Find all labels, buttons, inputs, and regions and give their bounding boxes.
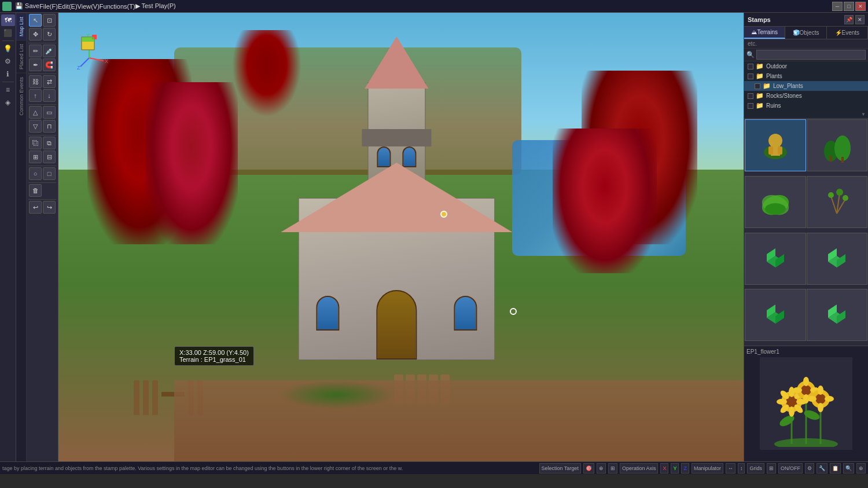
tab-terrains[interactable]: ⛰ Terrains xyxy=(744,27,785,39)
stamp-item-7[interactable] xyxy=(745,289,806,341)
close-button[interactable]: ✕ xyxy=(855,2,866,11)
tool-scale-up[interactable]: ↑ xyxy=(29,89,42,102)
stamp-preview: EP1_flower1 xyxy=(744,346,868,461)
tool-rotate[interactable]: ↻ xyxy=(43,28,56,41)
tool-terrain-smooth[interactable]: ⊓ xyxy=(43,120,56,133)
on-off-button[interactable]: ON/OFF xyxy=(778,463,803,474)
stamp-item-2[interactable] xyxy=(807,119,868,171)
tool-select-box[interactable]: ⊡ xyxy=(43,14,56,27)
tab-placed-list[interactable]: Placed List xyxy=(16,40,26,73)
icon-btn-3[interactable]: ⊞ xyxy=(608,463,617,474)
sidebar-info-icon[interactable]: ℹ xyxy=(1,68,15,80)
tool-picker[interactable]: 💉 xyxy=(43,45,56,57)
sidebar-map-icon[interactable]: 🗺 xyxy=(1,14,15,26)
axis-y-button[interactable]: Y xyxy=(671,463,679,474)
rocks-checkbox[interactable] xyxy=(748,93,753,99)
stamp-svg-5 xyxy=(758,241,793,276)
svg-point-48 xyxy=(789,406,795,417)
axis-x-button[interactable]: X xyxy=(660,463,668,474)
tab-events-label: Events xyxy=(842,30,860,36)
window-controls: ─ □ ✕ xyxy=(832,2,866,11)
menu-file[interactable]: File(F) xyxy=(39,3,58,10)
tool-row-8: ▽ ⊓ xyxy=(29,120,56,133)
tool-copy[interactable]: ⿻ xyxy=(29,137,42,149)
stamp-item-6[interactable] xyxy=(807,233,868,285)
settings-btn-4[interactable]: 🔍 xyxy=(843,463,854,474)
stamps-filter: 🔍 xyxy=(744,49,868,61)
viewport-canvas[interactable]: Z X Y xyxy=(58,13,744,461)
tree-item-low-plants[interactable]: 📁 Low_Plants xyxy=(744,81,868,91)
tab-common-events[interactable]: Common Events xyxy=(16,73,26,119)
tab-objects[interactable]: 🧊 Objects xyxy=(785,27,826,39)
manip-icon-1[interactable]: ↔ xyxy=(726,463,735,474)
operation-axis-button[interactable]: Operation Axis xyxy=(620,463,659,474)
tool-square[interactable]: □ xyxy=(43,167,56,180)
sidebar-layers-icon[interactable]: ≡ xyxy=(1,84,15,96)
tool-redo[interactable]: ↪ xyxy=(43,201,56,214)
minimize-button[interactable]: ─ xyxy=(832,2,843,11)
maximize-button[interactable]: □ xyxy=(844,2,854,11)
preview-image xyxy=(760,357,852,450)
icon-btn-2[interactable]: ⊕ xyxy=(597,463,606,474)
settings-btn-1[interactable]: ⚙ xyxy=(805,463,814,474)
icon-btn-1[interactable]: 🎯 xyxy=(583,463,594,474)
tool-link[interactable]: ⛓ xyxy=(29,75,42,88)
sidebar-light-icon[interactable]: 💡 xyxy=(1,43,15,54)
settings-btn-3[interactable]: 📋 xyxy=(830,463,841,474)
selection-target-button[interactable]: Selection Target xyxy=(539,463,581,474)
settings-btn-2[interactable]: 🔧 xyxy=(816,463,827,474)
low-plants-checkbox[interactable] xyxy=(755,83,760,89)
tool-paste[interactable]: ⧉ xyxy=(43,137,56,149)
sidebar-object-icon[interactable]: ⬛ xyxy=(1,27,15,39)
stamp-item-8[interactable] xyxy=(807,289,868,341)
tool-undo[interactable]: ↩ xyxy=(29,201,42,214)
tool-move2[interactable]: ⇄ xyxy=(43,75,56,88)
filter-input[interactable] xyxy=(756,50,866,60)
stamps-pin-button[interactable]: 📌 xyxy=(844,15,854,24)
tool-terrain-lower[interactable]: ▽ xyxy=(29,120,42,133)
tool-pencil[interactable]: ✒ xyxy=(29,58,42,71)
tree-item-ruins[interactable]: 📁 Ruins xyxy=(744,101,868,111)
viewport[interactable]: ✕ ネ ネイティブ2_道中2 xyxy=(58,13,744,461)
tool-delete[interactable]: 🗑 xyxy=(29,184,42,197)
tool-terrain-raise[interactable]: △ xyxy=(29,106,42,119)
stamp-item-4[interactable] xyxy=(807,176,868,228)
menu-edit[interactable]: Edit(E) xyxy=(58,3,78,10)
menu-functions[interactable]: Functions(T) xyxy=(100,3,135,10)
stamp-item-3[interactable] xyxy=(745,176,806,228)
save-button[interactable]: 💾 Save xyxy=(15,2,39,10)
tool-paint[interactable]: ✏ xyxy=(29,45,42,57)
tab-events[interactable]: ⚡ Events xyxy=(827,27,868,39)
manipulator-button[interactable]: Manipulator xyxy=(692,463,723,474)
ruins-checkbox[interactable] xyxy=(748,103,753,109)
menu-view[interactable]: View(V) xyxy=(78,3,100,10)
stamps-panel: Stamps 📌 ✕ ⛰ Terrains 🧊 Objects ⚡ xyxy=(744,13,868,461)
tool-ungroup[interactable]: ⊟ xyxy=(43,151,56,163)
grid-icon-1[interactable]: ⊞ xyxy=(767,463,776,474)
tool-group[interactable]: ⊞ xyxy=(29,151,42,163)
sidebar-common-events-icon[interactable]: ◈ xyxy=(1,97,15,108)
tool-scale-down[interactable]: ↓ xyxy=(43,89,56,102)
tree-item-rocks[interactable]: 📁 Rocks/Stones xyxy=(744,91,868,101)
sidebar-settings-icon[interactable]: ⚙ xyxy=(1,56,15,67)
manip-icon-2[interactable]: ↕ xyxy=(738,463,745,474)
stamp-item-1[interactable] xyxy=(745,119,806,171)
grids-button[interactable]: Grids xyxy=(747,463,764,474)
outdoor-checkbox[interactable] xyxy=(748,64,753,69)
axis-z-button[interactable]: Z xyxy=(681,463,689,474)
tab-map-list[interactable]: Map List xyxy=(16,13,26,40)
settings-btn-5[interactable]: ⊕ xyxy=(856,463,866,474)
test-play-button[interactable]: ▶ Test Play(P) xyxy=(135,2,176,10)
tool-select-arrow[interactable]: ↖ xyxy=(29,14,42,27)
tree-item-outdoor[interactable]: 📁 Outdoor xyxy=(744,61,868,71)
tree-item-plants[interactable]: 📁 Plants xyxy=(744,71,868,81)
stamps-close-button[interactable]: ✕ xyxy=(855,15,865,24)
tab-terrains-icon: ⛰ xyxy=(751,29,757,35)
svg-marker-9 xyxy=(82,37,94,42)
tool-terrain-flat[interactable]: ▭ xyxy=(43,106,56,119)
tool-circle[interactable]: ○ xyxy=(29,167,42,180)
plants-checkbox[interactable] xyxy=(748,74,753,79)
tool-move[interactable]: ✥ xyxy=(29,28,42,41)
tool-magnet[interactable]: 🧲 xyxy=(43,58,56,71)
stamp-item-5[interactable] xyxy=(745,233,806,285)
